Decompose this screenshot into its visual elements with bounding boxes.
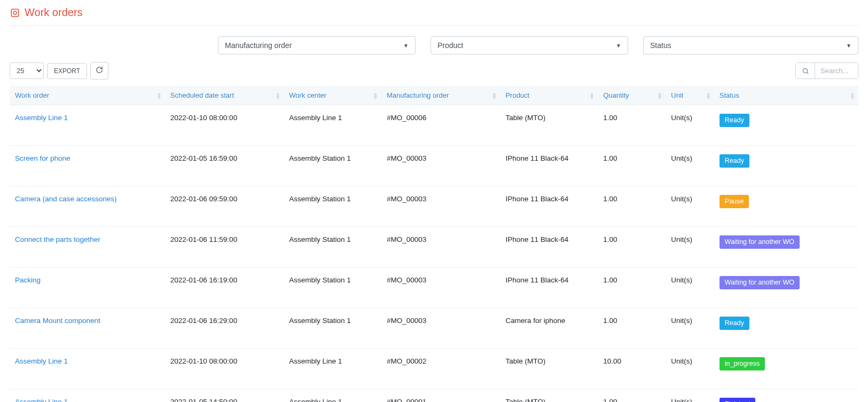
table-row: Packing2022-01-06 16:19:00Assembly Stati… (10, 267, 858, 308)
cell-unit: Unit(s) (666, 267, 714, 308)
cell-quantity: 1.00 (598, 105, 666, 146)
table-row: Connect the parts together2022-01-06 11:… (10, 227, 858, 267)
cell-work-order: Connect the parts together (10, 227, 165, 267)
col-manufacturing-order[interactable]: Manufacturing order▲▼ (381, 86, 500, 105)
work-order-link[interactable]: Connect the parts together (15, 235, 100, 243)
filters-row: Manufacturing order ▼ Product ▼ Status ▼ (10, 36, 858, 54)
cell-product: IPhone 11 Black-64 (500, 186, 598, 227)
work-order-link[interactable]: Camera Mount component (15, 317, 100, 325)
page-title: Work orders (25, 6, 83, 19)
cell-scheduled-date-start: 2022-01-10 08:00:00 (165, 349, 284, 389)
search-group (795, 62, 858, 79)
table-header-row: Work order▲▼ Scheduled date start▲▼ Work… (10, 86, 858, 105)
cell-work-order: Screen for phone (10, 146, 165, 186)
sort-icon: ▲▼ (157, 92, 162, 99)
status-badge[interactable]: in_progress (720, 357, 765, 371)
table-row: Screen for phone2022-01-05 16:59:00Assem… (10, 146, 858, 186)
cell-work-center: Assembly Station 1 (284, 186, 381, 227)
toolbar-left: 25 EXPORT (10, 62, 108, 80)
cell-manufacturing-order: #MO_00003 (381, 308, 500, 349)
work-order-link[interactable]: Screen for phone (15, 154, 71, 162)
cell-product: Camera for iphone (500, 308, 598, 349)
status-badge[interactable]: Ready (720, 154, 749, 168)
status-badge[interactable]: Ready (720, 114, 749, 127)
sort-icon: ▲▼ (492, 92, 497, 99)
work-orders-icon (10, 7, 20, 18)
work-order-link[interactable]: Assembly Line 1 (15, 357, 68, 365)
status-badge[interactable]: Waiting for another WO (720, 276, 800, 289)
filter-label: Product (437, 41, 463, 50)
filter-manufacturing-order[interactable]: Manufacturing order ▼ (218, 36, 416, 54)
status-badge[interactable]: Finished (720, 398, 755, 402)
cell-status: Pause (714, 186, 858, 227)
cell-product: Table (MTO) (500, 349, 598, 389)
cell-status: Ready (714, 105, 858, 146)
cell-work-center: Assembly Line 1 (284, 349, 381, 389)
cell-manufacturing-order: #MO_00003 (381, 186, 500, 227)
status-badge[interactable]: Ready (720, 317, 749, 330)
sort-icon: ▲▼ (275, 92, 280, 99)
cell-work-order: Assembly Line 1 (10, 105, 165, 146)
cell-manufacturing-order: #MO_00001 (381, 389, 500, 403)
svg-rect-0 (11, 9, 19, 17)
sort-icon: ▲▼ (706, 92, 711, 99)
filter-status[interactable]: Status ▼ (643, 36, 858, 54)
col-unit[interactable]: Unit▲▼ (666, 86, 714, 105)
cell-scheduled-date-start: 2022-01-10 08:00:00 (165, 105, 284, 146)
cell-status: Ready (714, 146, 858, 186)
cell-unit: Unit(s) (666, 105, 714, 146)
caret-down-icon: ▼ (616, 43, 621, 49)
col-work-center[interactable]: Work center▲▼ (284, 86, 381, 105)
cell-quantity: 1.00 (598, 267, 666, 308)
status-badge[interactable]: Waiting for another WO (720, 235, 800, 249)
table-row: Assembly Line 12022-01-10 08:00:00Assemb… (10, 349, 858, 389)
cell-status: in_progress (714, 349, 858, 389)
col-quantity[interactable]: Quantity▲▼ (598, 86, 666, 105)
cell-manufacturing-order: #MO_00006 (381, 105, 500, 146)
cell-product: Table (MTO) (500, 105, 598, 146)
table-row: Assembly Line 12022-01-10 08:00:00Assemb… (10, 105, 858, 146)
sort-icon: ▲▼ (373, 92, 378, 99)
col-work-order[interactable]: Work order▲▼ (10, 86, 165, 105)
sort-icon: ▲▼ (657, 92, 662, 99)
cell-work-center: Assembly Station 1 (284, 227, 381, 267)
col-product[interactable]: Product▲▼ (500, 86, 598, 105)
cell-unit: Unit(s) (666, 186, 714, 227)
col-status[interactable]: Status▲▼ (714, 86, 858, 105)
col-scheduled-date-start[interactable]: Scheduled date start▲▼ (165, 86, 284, 105)
table-row: Assembly Line 12022-01-05 14:50:00Assemb… (10, 389, 858, 403)
work-order-link[interactable]: Camera (and case accessories) (15, 195, 117, 203)
cell-quantity: 1.00 (598, 308, 666, 349)
caret-down-icon: ▼ (403, 43, 409, 49)
work-order-link[interactable]: Assembly Line 1 (15, 398, 68, 402)
cell-status: Waiting for another WO (714, 227, 858, 267)
svg-point-1 (13, 11, 17, 14)
cell-quantity: 1.00 (598, 389, 666, 403)
cell-unit: Unit(s) (666, 146, 714, 186)
export-button[interactable]: EXPORT (47, 63, 87, 79)
filter-label: Status (650, 41, 671, 50)
cell-scheduled-date-start: 2022-01-06 16:19:00 (165, 267, 284, 308)
cell-work-center: Assembly Line 1 (284, 105, 381, 146)
status-badge[interactable]: Pause (720, 195, 749, 208)
cell-manufacturing-order: #MO_00002 (381, 349, 500, 389)
cell-unit: Unit(s) (666, 308, 714, 349)
work-order-link[interactable]: Assembly Line 1 (15, 114, 68, 122)
cell-unit: Unit(s) (666, 227, 714, 267)
work-order-link[interactable]: Packing (15, 276, 41, 284)
search-input[interactable] (815, 63, 858, 78)
cell-scheduled-date-start: 2022-01-05 16:59:00 (165, 146, 284, 186)
cell-product: Table (MTO) (500, 389, 598, 403)
refresh-button[interactable] (90, 62, 108, 80)
toolbar: 25 EXPORT (10, 62, 858, 80)
page-size-select[interactable]: 25 (10, 62, 44, 79)
cell-work-order: Camera Mount component (10, 308, 165, 349)
refresh-icon (96, 66, 103, 75)
cell-quantity: 1.00 (598, 146, 666, 186)
cell-work-order: Assembly Line 1 (10, 389, 165, 403)
filter-product[interactable]: Product ▼ (431, 36, 628, 54)
cell-work-center: Assembly Station 1 (284, 146, 381, 186)
cell-quantity: 1.00 (598, 227, 666, 267)
cell-scheduled-date-start: 2022-01-06 11:59:00 (165, 227, 284, 267)
cell-unit: Unit(s) (666, 389, 714, 403)
